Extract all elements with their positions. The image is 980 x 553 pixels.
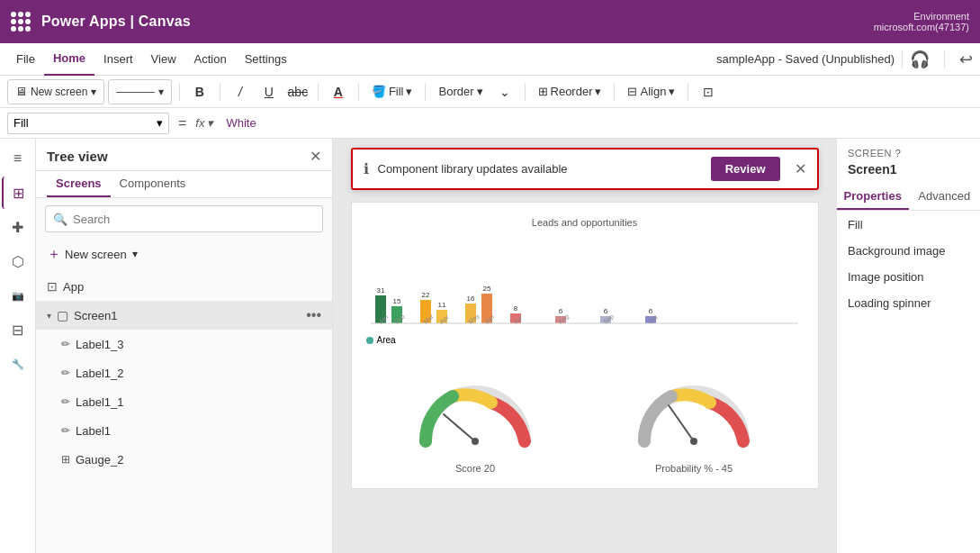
property-dropdown[interactable]: Fill ▾ bbox=[7, 113, 169, 134]
menu-settings[interactable]: Settings bbox=[236, 43, 296, 76]
tree-item-label1-1[interactable]: ✏ Label1_1 bbox=[36, 387, 332, 416]
toolbar-sep4 bbox=[358, 83, 359, 101]
canvas-area: ℹ Component library updates available Re… bbox=[333, 139, 836, 553]
waffle-icon[interactable] bbox=[11, 12, 31, 32]
env-value: microsoft.com(47137) bbox=[874, 22, 969, 32]
svg-line-33 bbox=[669, 405, 694, 441]
menu-view[interactable]: View bbox=[142, 43, 185, 76]
new-screen-tree-button[interactable]: ＋ New screen ▾ bbox=[36, 240, 332, 268]
notification-close-button[interactable]: ✕ bbox=[795, 160, 806, 177]
layers-icon[interactable]: ⊞ bbox=[2, 177, 34, 209]
app-title: Power Apps | Canvas bbox=[41, 14, 191, 30]
headset-icon[interactable]: 🎧 bbox=[910, 50, 930, 69]
tab-properties[interactable]: Properties bbox=[837, 184, 909, 210]
svg-text:6: 6 bbox=[603, 307, 607, 315]
strikethrough-button[interactable]: abc bbox=[285, 79, 310, 104]
undo-icon[interactable]: ↩ bbox=[959, 50, 973, 69]
environment-info: Environment microsoft.com(47137) bbox=[874, 11, 969, 32]
search-input[interactable] bbox=[73, 213, 315, 226]
gauge-probability: Probability % - 45 bbox=[631, 374, 757, 474]
right-panel-tabs: Properties Advanced bbox=[837, 184, 980, 211]
toolbar-sep6 bbox=[525, 83, 526, 101]
review-button[interactable]: Review bbox=[711, 157, 780, 181]
chevron-down-icon4: ▾ bbox=[477, 85, 483, 98]
insert-icon[interactable]: ✚ bbox=[2, 211, 34, 243]
prop-background-image[interactable]: Background image bbox=[848, 244, 969, 258]
svg-text:8: 8 bbox=[513, 304, 517, 313]
fx-label: fx bbox=[195, 116, 204, 130]
label-icon-3: ✏ bbox=[61, 395, 70, 408]
fill-button[interactable]: 🪣 Fill ▾ bbox=[366, 79, 418, 104]
menu-right-icons: 🎧 ↩ bbox=[910, 50, 973, 69]
prop-image-position[interactable]: Image position bbox=[848, 270, 969, 284]
menu-home[interactable]: Home bbox=[44, 43, 94, 76]
bold-button[interactable]: B bbox=[187, 79, 212, 104]
tab-components[interactable]: Components bbox=[111, 171, 195, 197]
label-icon-2: ✏ bbox=[61, 367, 70, 379]
formula-bar: Fill ▾ = fx ▾ White bbox=[0, 108, 980, 139]
tree-search-box: 🔍 bbox=[45, 205, 323, 232]
more-button[interactable]: ⊡ bbox=[696, 79, 721, 104]
tree-item-label1-2[interactable]: ✏ Label1_2 bbox=[36, 358, 332, 387]
align-icon: ⊟ bbox=[627, 85, 637, 98]
tree-item-app[interactable]: ⊡ App bbox=[36, 272, 332, 301]
prop-loading-spinner[interactable]: Loading spinner bbox=[848, 296, 969, 310]
italic-button[interactable]: / bbox=[228, 79, 253, 104]
tree-item-label1-3[interactable]: ✏ Label1_3 bbox=[36, 330, 332, 358]
tree-item-label1[interactable]: ✏ Label1 bbox=[36, 416, 332, 445]
tree-items: ⊡ App ▾ ▢ Screen1 ••• ✏ Label1_3 ✏ Label… bbox=[36, 268, 332, 553]
data-icon[interactable]: ⬡ bbox=[2, 245, 34, 277]
gauge-icon: ⊞ bbox=[61, 453, 70, 466]
app-icon: ⊡ bbox=[47, 279, 58, 294]
bar-chart: 31 15 22 11 16 25 8 6 6 bbox=[366, 235, 807, 325]
env-label: Environment bbox=[874, 11, 969, 22]
context-menu-icon[interactable]: ••• bbox=[306, 307, 321, 323]
menu-action[interactable]: Action bbox=[185, 43, 236, 76]
reorder-button[interactable]: ⊞ Reorder ▾ bbox=[533, 79, 607, 104]
svg-text:15: 15 bbox=[392, 297, 400, 305]
label-icon-1: ✏ bbox=[61, 338, 70, 350]
fx-button[interactable]: fx ▾ bbox=[195, 116, 213, 130]
help-icon[interactable]: ? bbox=[895, 148, 902, 159]
prop-fill[interactable]: Fill bbox=[848, 218, 969, 231]
search-icon: 🔍 bbox=[53, 213, 67, 226]
tree-close-button[interactable]: ✕ bbox=[310, 148, 321, 165]
main-content: ≡ ⊞ ✚ ⬡ 📷 ⊟ 🔧 Tree view ✕ Screens Compon… bbox=[0, 139, 980, 553]
right-panel-screen-name: Screen1 bbox=[837, 159, 980, 184]
svg-point-32 bbox=[472, 438, 479, 445]
tree-item-screen1[interactable]: ▾ ▢ Screen1 ••• bbox=[36, 301, 332, 330]
chevron-down-icon9: ▾ bbox=[132, 248, 138, 260]
toolbar-sep7 bbox=[614, 83, 615, 101]
underline-button[interactable]: U bbox=[256, 79, 282, 104]
menu-bar: File Home Insert View Action Settings sa… bbox=[0, 43, 980, 76]
menu-insert[interactable]: Insert bbox=[94, 43, 142, 76]
plus-icon: ＋ bbox=[47, 245, 61, 264]
chevron-down-icon5: ▾ bbox=[595, 85, 601, 98]
hamburger-icon[interactable]: ≡ bbox=[2, 142, 34, 175]
chart-area: Leads and opportunities 31 15 22 11 16 2… bbox=[352, 203, 818, 359]
svg-line-31 bbox=[444, 414, 475, 441]
tab-screens[interactable]: Screens bbox=[47, 171, 111, 197]
gauge-chart-probability bbox=[631, 374, 757, 455]
tools-icon[interactable]: 🔧 bbox=[2, 348, 34, 380]
font-color-button[interactable]: A bbox=[326, 79, 351, 104]
formula-value[interactable]: White bbox=[219, 116, 973, 130]
components-icon[interactable]: ⊟ bbox=[2, 313, 34, 346]
new-screen-button[interactable]: 🖥 New screen ▾ bbox=[7, 79, 104, 104]
chevron-down-icon2: ▾ bbox=[158, 86, 164, 98]
media-icon[interactable]: 📷 bbox=[2, 279, 34, 312]
style-dropdown[interactable]: ───── ▾ bbox=[108, 79, 172, 104]
svg-text:6: 6 bbox=[648, 307, 652, 315]
tree-item-gauge2[interactable]: ⊞ Gauge_2 bbox=[36, 445, 332, 474]
menu-file[interactable]: File bbox=[7, 43, 44, 76]
chevron-down-icon3: ▾ bbox=[406, 85, 412, 98]
align-button[interactable]: ⊟ Align ▾ bbox=[622, 79, 680, 104]
tab-advanced[interactable]: Advanced bbox=[909, 184, 981, 210]
label-icon-4: ✏ bbox=[61, 424, 70, 437]
info-icon: ℹ bbox=[364, 160, 369, 177]
chevron-down-btn[interactable]: ⌄ bbox=[492, 79, 517, 104]
legend-label: Area bbox=[377, 335, 396, 345]
border-button[interactable]: Border ▾ bbox=[433, 79, 488, 104]
sidebar-icons: ≡ ⊞ ✚ ⬡ 📷 ⊟ 🔧 bbox=[0, 139, 36, 553]
toolbar-sep3 bbox=[318, 83, 319, 101]
